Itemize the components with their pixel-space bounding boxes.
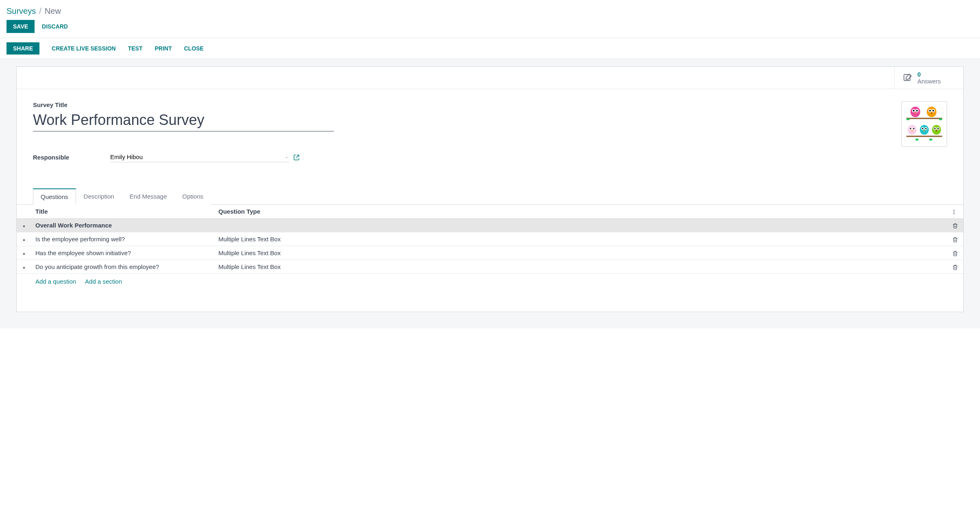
drag-handle-icon: [22, 251, 26, 256]
svg-point-36: [929, 139, 932, 141]
delete-row-button[interactable]: [947, 246, 963, 260]
svg-point-37: [954, 210, 954, 211]
secondary-actions: SHARE CREATE LIVE SESSION TEST PRINT CLO…: [0, 38, 980, 59]
svg-point-30: [934, 128, 935, 129]
row-title: Overall Work Performance: [31, 219, 214, 232]
svg-point-35: [915, 139, 919, 141]
add-question-link[interactable]: Add a question: [35, 278, 76, 285]
create-live-session-button[interactable]: CREATE LIVE SESSION: [52, 45, 116, 52]
svg-point-13: [932, 110, 934, 112]
form-sheet: 0 Answers Survey Title: [16, 66, 964, 312]
table-options-button[interactable]: [947, 205, 963, 219]
tab-description[interactable]: Description: [76, 188, 122, 205]
tab-questions[interactable]: Questions: [33, 188, 76, 205]
survey-title-label: Survey Title: [33, 101, 947, 108]
owls-image-icon: [905, 105, 944, 144]
drag-handle-icon: [22, 223, 26, 229]
svg-point-24: [922, 128, 923, 129]
trash-icon: [952, 223, 958, 229]
save-button[interactable]: SAVE: [7, 20, 35, 33]
delete-row-button[interactable]: [947, 232, 963, 246]
svg-point-19: [913, 128, 914, 129]
tab-end-message[interactable]: End Message: [122, 188, 175, 205]
tab-options[interactable]: Options: [174, 188, 211, 205]
table-section-row[interactable]: Overall Work Performance: [17, 219, 963, 232]
primary-actions: SAVE DISCARD: [0, 20, 980, 38]
svg-point-34: [939, 118, 942, 120]
delete-row-button[interactable]: [947, 219, 963, 232]
breadcrumb-current: New: [45, 7, 61, 16]
trash-icon: [952, 265, 958, 270]
svg-point-38: [954, 212, 954, 212]
row-type: Multiple Lines Text Box: [214, 232, 947, 246]
responsible-label: Responsible: [33, 154, 110, 161]
svg-point-18: [910, 128, 911, 129]
svg-point-39: [954, 213, 954, 214]
svg-point-33: [906, 118, 910, 120]
svg-point-21: [920, 125, 929, 135]
external-link-icon[interactable]: [293, 153, 300, 160]
tabs: Questions Description End Message Option…: [17, 188, 963, 205]
row-title: Is the employee performing well?: [31, 232, 214, 246]
trash-icon: [952, 251, 958, 256]
row-type: Multiple Lines Text Box: [214, 260, 947, 274]
row-title: Has the employee shown initiative?: [31, 246, 214, 260]
answers-count: 0: [917, 71, 941, 78]
svg-point-15: [908, 125, 917, 135]
discard-button[interactable]: DISCARD: [42, 23, 68, 30]
share-button[interactable]: SHARE: [7, 42, 39, 55]
responsible-input[interactable]: [110, 152, 289, 162]
survey-image-thumbnail[interactable]: [902, 101, 947, 147]
test-button[interactable]: TEST: [128, 45, 143, 52]
drag-handle[interactable]: [17, 246, 31, 260]
table-row[interactable]: Is the employee performing well?Multiple…: [17, 232, 963, 246]
close-button[interactable]: CLOSE: [184, 45, 203, 52]
breadcrumb-sep: /: [39, 7, 41, 16]
svg-point-6: [913, 110, 915, 112]
breadcrumb: Surveys / New: [0, 0, 980, 20]
svg-point-27: [932, 125, 941, 135]
drag-handle[interactable]: [17, 219, 31, 232]
trash-icon: [952, 237, 958, 243]
row-type: Multiple Lines Text Box: [214, 246, 947, 260]
edit-note-icon: [903, 73, 912, 83]
table-row[interactable]: Has the employee shown initiative?Multip…: [17, 246, 963, 260]
delete-row-button[interactable]: [947, 260, 963, 274]
add-section-link[interactable]: Add a section: [85, 278, 122, 285]
col-title: Title: [31, 205, 214, 219]
survey-title-input[interactable]: [33, 111, 334, 131]
svg-point-3: [910, 107, 920, 117]
drag-handle[interactable]: [17, 232, 31, 246]
questions-table: Title Question Type Overall Work Perform…: [17, 205, 963, 274]
col-question-type: Question Type: [214, 205, 947, 219]
table-row[interactable]: Do you anticipate growth from this emplo…: [17, 260, 963, 274]
answers-stat-button[interactable]: 0 Answers: [894, 67, 963, 89]
breadcrumb-root[interactable]: Surveys: [7, 7, 36, 16]
drag-handle-icon: [22, 237, 26, 243]
print-button[interactable]: PRINT: [155, 45, 172, 52]
kebab-icon: [951, 209, 957, 215]
row-title: Do you anticipate growth from this emplo…: [31, 260, 214, 274]
row-type: [214, 219, 947, 232]
svg-point-9: [927, 107, 936, 117]
drag-handle-icon: [22, 265, 26, 270]
drag-handle[interactable]: [17, 260, 31, 274]
svg-point-7: [916, 110, 918, 112]
svg-point-31: [937, 128, 939, 129]
svg-point-12: [929, 110, 931, 112]
svg-point-25: [925, 128, 926, 129]
answers-label: Answers: [917, 78, 941, 85]
